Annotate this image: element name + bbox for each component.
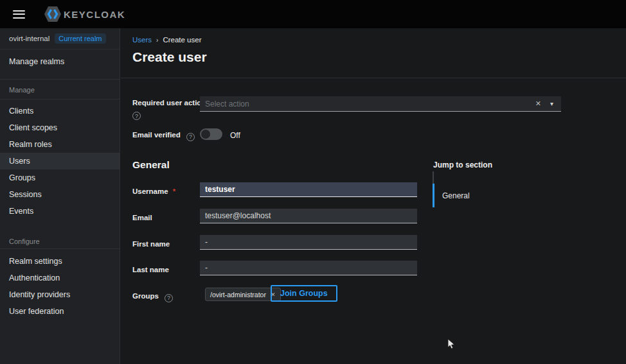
sidebar-item-user-federation[interactable]: User federation <box>0 303 120 320</box>
email-input[interactable] <box>200 209 417 223</box>
general-section-heading: General <box>132 159 170 171</box>
select-placeholder: Select action <box>200 100 526 108</box>
sidebar-item-clients[interactable]: Clients <box>0 103 120 119</box>
last-name-label: Last name <box>132 266 169 273</box>
toggle-knob <box>201 130 210 139</box>
breadcrumb: Users › Create user <box>132 36 201 44</box>
main-content: Users › Create user Create user Required… <box>121 28 626 364</box>
title-divider <box>121 78 626 78</box>
sidebar: ovirt-internal Current realm Manage real… <box>0 28 120 364</box>
sidebar-item-identity-providers[interactable]: Identity providers <box>0 286 120 303</box>
jump-to-section-title: Jump to section <box>433 160 492 169</box>
sidebar-item-client-scopes[interactable]: Client scopes <box>0 119 120 136</box>
first-name-label: First name <box>132 240 170 248</box>
email-verified-label-text: Email verified <box>132 131 181 139</box>
username-label-text: Username <box>132 187 168 195</box>
sidebar-group-manage: Manage <box>0 85 120 95</box>
brand-text: KEYCLOAK <box>64 9 125 20</box>
groups-label-text: Groups <box>132 292 159 300</box>
first-name-input[interactable] <box>200 235 417 250</box>
keycloak-brand[interactable]: KEYCLOAK <box>44 6 125 22</box>
groups-help-icon[interactable]: ? <box>165 294 173 302</box>
sidebar-item-groups[interactable]: Groups <box>0 169 120 186</box>
realm-name: ovirt-internal <box>9 35 49 42</box>
sidebar-configure-nav: Realm settings Authentication Identity p… <box>0 249 120 320</box>
sidebar-item-realm-roles[interactable]: Realm roles <box>0 136 120 153</box>
keycloak-logo-icon <box>44 6 61 22</box>
groups-label: Groups ? <box>132 292 173 302</box>
email-verified-label: Email verified ? <box>132 131 195 141</box>
join-groups-button[interactable]: Join Groups <box>271 285 337 302</box>
sidebar-manage-nav: Clients Client scopes Realm roles Users … <box>0 100 120 220</box>
breadcrumb-users-link[interactable]: Users <box>132 36 152 44</box>
required-user-actions-help-icon[interactable]: ? <box>132 112 141 120</box>
sidebar-item-realm-settings[interactable]: Realm settings <box>0 253 120 270</box>
required-user-actions-select[interactable]: Select action ✕ ▾ <box>200 96 561 112</box>
masthead: KEYCLOAK <box>0 0 626 28</box>
hamburger-menu-icon[interactable] <box>13 10 25 19</box>
email-verified-state: Off <box>230 131 240 140</box>
sidebar-group-configure: Configure <box>0 236 120 247</box>
required-indicator: * <box>173 187 175 195</box>
sidebar-item-sessions[interactable]: Sessions <box>0 186 120 203</box>
page-title: Create user <box>132 49 207 65</box>
jump-item-general[interactable]: General <box>433 184 470 207</box>
sidebar-item-events[interactable]: Events <box>0 203 120 220</box>
realm-selector[interactable]: ovirt-internal Current realm <box>0 28 120 49</box>
required-user-actions-label: Required user actions <box>132 99 210 107</box>
caret-down-icon[interactable]: ▾ <box>550 100 561 107</box>
group-chip: /ovirt-administrator ✕ <box>205 288 281 301</box>
current-realm-badge: Current realm <box>55 33 105 44</box>
sidebar-item-authentication[interactable]: Authentication <box>0 270 120 286</box>
sidebar-item-manage-realms[interactable]: Manage realms <box>0 53 120 70</box>
jump-nav-track <box>433 171 434 184</box>
email-verified-help-icon[interactable]: ? <box>186 133 195 141</box>
sidebar-divider <box>0 79 120 80</box>
mouse-cursor-icon <box>447 338 456 350</box>
last-name-input[interactable] <box>200 261 417 275</box>
group-chip-label: /ovirt-administrator <box>210 291 266 299</box>
keycloak-admin-console: KEYCLOAK ovirt-internal Current realm Ma… <box>0 0 626 364</box>
breadcrumb-current: Create user <box>163 36 201 44</box>
username-label: Username * <box>132 187 175 195</box>
breadcrumb-separator-icon: › <box>156 37 158 44</box>
clear-selection-icon[interactable]: ✕ <box>526 100 550 108</box>
username-input[interactable] <box>200 182 417 197</box>
email-label: Email <box>132 214 152 221</box>
sidebar-item-users[interactable]: Users <box>0 153 120 169</box>
email-verified-toggle[interactable] <box>200 128 222 140</box>
